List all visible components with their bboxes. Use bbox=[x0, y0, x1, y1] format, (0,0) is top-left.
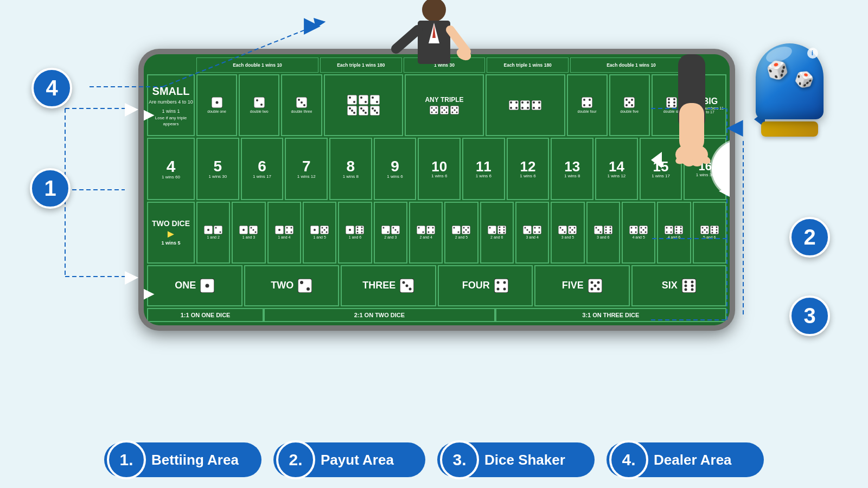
combo-2-4[interactable]: 2 and 4 bbox=[409, 202, 443, 264]
svg-point-194 bbox=[564, 232, 566, 233]
svg-point-209 bbox=[609, 229, 611, 231]
svg-point-239 bbox=[701, 232, 703, 233]
single-three[interactable]: THREE bbox=[341, 265, 436, 306]
svg-point-261 bbox=[503, 287, 506, 290]
num-6[interactable]: 6 1 wins 17 bbox=[241, 138, 284, 200]
svg-point-116 bbox=[215, 227, 217, 229]
dealer-figure bbox=[380, 0, 488, 87]
svg-rect-141 bbox=[355, 226, 364, 234]
svg-point-252 bbox=[307, 287, 310, 291]
combo-1-2[interactable]: 1 and 2 bbox=[196, 202, 230, 264]
two-dice-wins: 1 wins 5 bbox=[161, 240, 180, 246]
combo-2-3[interactable]: 2 and 3 bbox=[374, 202, 407, 264]
combo-3-5[interactable]: 3 and 5 bbox=[551, 202, 584, 264]
num-12[interactable]: 12 1 wins 6 bbox=[507, 138, 550, 200]
svg-point-232 bbox=[680, 229, 682, 231]
legend-num-4: 4. bbox=[609, 440, 648, 479]
num-14[interactable]: 14 1 wins 12 bbox=[595, 138, 638, 200]
svg-line-5 bbox=[450, 30, 467, 52]
arrow-to-dealer: ▶ bbox=[304, 12, 321, 37]
svg-rect-186 bbox=[533, 226, 541, 234]
svg-point-181 bbox=[503, 232, 505, 234]
combo-1-4[interactable]: 1 and 4 bbox=[267, 202, 301, 264]
combo-4-5[interactable]: 4 and 5 bbox=[622, 202, 655, 264]
svg-point-128 bbox=[290, 227, 292, 229]
svg-point-77 bbox=[454, 110, 456, 111]
svg-point-152 bbox=[392, 227, 394, 229]
double-one-cell[interactable]: double one bbox=[196, 74, 237, 136]
svg-point-255 bbox=[406, 284, 409, 287]
svg-point-57 bbox=[365, 112, 367, 114]
svg-point-226 bbox=[666, 232, 668, 233]
arrow-left-bottom[interactable]: ▶ bbox=[144, 281, 155, 304]
svg-point-218 bbox=[641, 227, 642, 229]
single-one[interactable]: ONE bbox=[147, 265, 242, 306]
main-container: Each double 1 wins 10 Each triple 1 wins… bbox=[0, 0, 868, 488]
legend-item-4: 4. Dealer Area bbox=[607, 442, 764, 477]
single-two[interactable]: TWO bbox=[244, 265, 340, 306]
double-four-cell[interactable]: double four bbox=[567, 74, 608, 136]
double-two-cell[interactable]: double two bbox=[239, 74, 279, 136]
combo-5-6[interactable]: 5 and 6 bbox=[693, 202, 726, 264]
num-9[interactable]: 9 1 wins 6 bbox=[374, 138, 417, 200]
svg-marker-23 bbox=[125, 271, 138, 285]
svg-point-97 bbox=[589, 99, 591, 101]
combo-2-5[interactable]: 2 and 5 bbox=[444, 202, 478, 264]
dice-shaker: 🎲 🎲 i bbox=[749, 43, 830, 157]
svg-point-251 bbox=[300, 281, 303, 284]
arrow-left-top[interactable]: ▶ bbox=[144, 102, 155, 125]
num-13[interactable]: 13 1 wins 8 bbox=[551, 138, 593, 200]
combo-1-6[interactable]: 1 and 6 bbox=[338, 202, 372, 264]
num-4[interactable]: 4 1 wins 60 bbox=[147, 138, 195, 200]
svg-point-204 bbox=[599, 232, 601, 233]
single-four[interactable]: FOUR bbox=[438, 265, 533, 306]
svg-point-230 bbox=[680, 227, 682, 228]
svg-point-167 bbox=[463, 227, 465, 229]
combo-2-6[interactable]: 2 and 6 bbox=[480, 202, 514, 264]
num-5[interactable]: 5 1 wins 30 bbox=[196, 138, 239, 200]
combo-4-6[interactable]: 4 and 6 bbox=[657, 202, 691, 264]
small-title: SMALL bbox=[152, 84, 190, 99]
single-six[interactable]: SIX bbox=[631, 265, 727, 306]
arrow-right-middle[interactable]: ◀ bbox=[719, 178, 730, 201]
combo-3-4[interactable]: 3 and 4 bbox=[515, 202, 549, 264]
combo-1-3[interactable]: 1 and 3 bbox=[232, 202, 265, 264]
svg-point-142 bbox=[357, 227, 359, 228]
legend-bar: 1. Bettiing Area 2. Payut Area 3. Dice S… bbox=[0, 442, 868, 477]
svg-point-173 bbox=[489, 227, 490, 229]
svg-point-89 bbox=[527, 107, 529, 109]
svg-point-64 bbox=[436, 107, 437, 109]
svg-line-4 bbox=[396, 30, 418, 49]
svg-point-161 bbox=[428, 232, 430, 233]
num-7[interactable]: 7 1 wins 12 bbox=[285, 138, 328, 200]
svg-point-51 bbox=[349, 107, 351, 110]
svg-rect-268 bbox=[682, 279, 696, 293]
svg-point-247 bbox=[716, 232, 717, 234]
svg-point-153 bbox=[394, 229, 396, 231]
svg-point-229 bbox=[676, 227, 678, 228]
num-10[interactable]: 10 1 wins 6 bbox=[418, 138, 461, 200]
double-three-cell[interactable]: double three bbox=[281, 74, 322, 136]
svg-point-242 bbox=[711, 227, 713, 228]
svg-rect-34 bbox=[254, 97, 265, 108]
svg-point-177 bbox=[503, 227, 505, 228]
svg-point-134 bbox=[322, 227, 323, 229]
num-11[interactable]: 11 1 wins 6 bbox=[462, 138, 505, 200]
combo-1-5[interactable]: 1 and 5 bbox=[303, 202, 336, 264]
combo-3-6[interactable]: 3 and 6 bbox=[586, 202, 620, 264]
single-five[interactable]: FIVE bbox=[534, 265, 630, 306]
num-8[interactable]: 8 1 wins 8 bbox=[329, 138, 372, 200]
svg-point-123 bbox=[255, 232, 257, 233]
svg-rect-95 bbox=[582, 97, 592, 108]
svg-point-43 bbox=[353, 101, 355, 103]
svg-point-138 bbox=[326, 232, 328, 233]
svg-point-72 bbox=[442, 112, 443, 113]
svg-point-176 bbox=[499, 227, 500, 228]
svg-rect-158 bbox=[426, 226, 435, 234]
svg-point-206 bbox=[605, 227, 607, 228]
triple-cells2[interactable] bbox=[486, 74, 565, 136]
svg-point-69 bbox=[442, 107, 443, 109]
svg-point-231 bbox=[676, 229, 678, 231]
svg-point-273 bbox=[684, 288, 687, 291]
svg-point-42 bbox=[349, 97, 351, 99]
